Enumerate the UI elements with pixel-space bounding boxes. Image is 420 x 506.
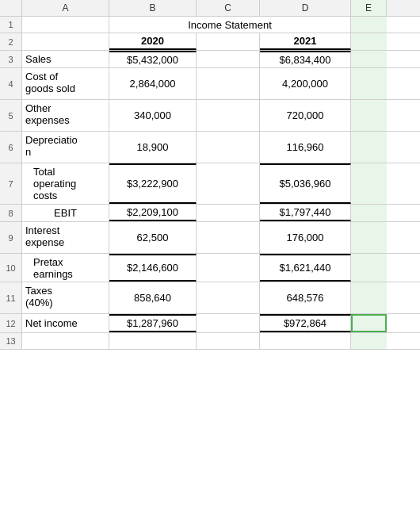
cell-1e[interactable] — [351, 17, 387, 33]
table-row: 3 Sales $5,432,000 $6,834,400 — [0, 51, 420, 68]
table-row: 2 2020 2021 — [0, 33, 420, 51]
cell-5a: Otherexpenses — [22, 100, 109, 131]
cell-8e[interactable] — [351, 205, 387, 221]
table-row: 13 — [0, 333, 420, 350]
cell-13b[interactable] — [109, 333, 197, 349]
cell-12e[interactable] — [351, 314, 387, 332]
cell-11a: Taxes(40%) — [22, 282, 109, 313]
cell-12b: $1,287,960 — [109, 314, 197, 332]
cell-8b: $2,209,100 — [109, 205, 197, 221]
cell-13c[interactable] — [197, 333, 260, 349]
cell-8a: EBIT — [22, 205, 109, 221]
cell-3b: $5,432,000 — [109, 51, 197, 67]
cell-10e[interactable] — [351, 254, 387, 282]
row-number: 3 — [0, 51, 22, 67]
table-row: 5 Otherexpenses 340,000 720,000 — [0, 100, 420, 132]
cell-3e[interactable] — [351, 51, 387, 67]
cell-12a: Net income — [22, 314, 109, 332]
cell-8d: $1,797,440 — [260, 205, 351, 221]
table-row: 7 Totaloperatingcosts $3,222,900 $5,036,… — [0, 163, 420, 205]
cell-10a: Pretaxearnings — [22, 254, 109, 282]
cell-9b: 62,500 — [109, 222, 197, 253]
row-number: 12 — [0, 314, 22, 332]
cell-5c[interactable] — [197, 100, 260, 131]
cell-2d: 2021 — [260, 33, 351, 50]
cell-13d[interactable] — [260, 333, 351, 349]
cell-4e[interactable] — [351, 68, 387, 99]
row-number: 9 — [0, 222, 22, 253]
cell-6a: Depreciation — [22, 132, 109, 163]
cell-6d: 116,960 — [260, 132, 351, 163]
cell-2a[interactable] — [22, 33, 109, 50]
cell-6e[interactable] — [351, 132, 387, 163]
cell-3d: $6,834,400 — [260, 51, 351, 67]
cell-12c[interactable] — [197, 314, 260, 332]
cell-3c[interactable] — [197, 51, 260, 67]
table-row: 1 Income Statement — [0, 17, 420, 33]
cell-10b: $2,146,600 — [109, 254, 197, 282]
cell-2b: 2020 — [109, 33, 197, 50]
cell-4b: 2,864,000 — [109, 68, 197, 99]
cell-4c[interactable] — [197, 68, 260, 99]
cell-9c[interactable] — [197, 222, 260, 253]
cell-7d: $5,036,960 — [260, 163, 351, 204]
cell-10d: $1,621,440 — [260, 254, 351, 282]
col-header-d[interactable]: D — [260, 0, 351, 16]
cell-5d: 720,000 — [260, 100, 351, 131]
cell-13a[interactable] — [22, 333, 109, 349]
row-number: 11 — [0, 282, 22, 313]
cell-10c[interactable] — [197, 254, 260, 282]
table-row: 10 Pretaxearnings $2,146,600 $1,621,440 — [0, 254, 420, 282]
cell-6b: 18,900 — [109, 132, 197, 163]
cell-11c[interactable] — [197, 282, 260, 313]
cell-9a: Interestexpense — [22, 222, 109, 253]
col-header-e[interactable]: E — [351, 0, 387, 16]
cell-2c[interactable] — [197, 33, 260, 50]
cell-3a: Sales — [22, 51, 109, 67]
cell-13e[interactable] — [351, 333, 387, 349]
row-number: 1 — [0, 17, 22, 33]
cell-7b: $3,222,900 — [109, 163, 197, 204]
cell-11e[interactable] — [351, 282, 387, 313]
row-number: 2 — [0, 33, 22, 50]
corner-cell — [0, 0, 22, 16]
row-number: 6 — [0, 132, 22, 163]
cell-12d: $972,864 — [260, 314, 351, 332]
cell-6c[interactable] — [197, 132, 260, 163]
table-row: 4 Cost ofgoods sold 2,864,000 4,200,000 — [0, 68, 420, 100]
row-number: 7 — [0, 163, 22, 204]
table-row: 12 Net income $1,287,960 $972,864 — [0, 314, 420, 333]
cell-1b-merged: Income Statement — [109, 17, 351, 33]
cell-11d: 648,576 — [260, 282, 351, 313]
cell-7c[interactable] — [197, 163, 260, 204]
cell-9d: 176,000 — [260, 222, 351, 253]
column-headers: A B C D E — [0, 0, 420, 17]
row-number: 10 — [0, 254, 22, 282]
cell-8c[interactable] — [197, 205, 260, 221]
cell-2e[interactable] — [351, 33, 387, 50]
table-row: 9 Interestexpense 62,500 176,000 — [0, 222, 420, 254]
cell-1a[interactable] — [22, 17, 109, 33]
cell-7e[interactable] — [351, 163, 387, 204]
cell-7a: Totaloperatingcosts — [22, 163, 109, 204]
row-number: 5 — [0, 100, 22, 131]
cell-5e[interactable] — [351, 100, 387, 131]
cell-9e[interactable] — [351, 222, 387, 253]
col-header-a[interactable]: A — [22, 0, 109, 16]
col-header-c[interactable]: C — [197, 0, 260, 16]
row-number: 13 — [0, 333, 22, 349]
cell-4a: Cost ofgoods sold — [22, 68, 109, 99]
table-row: 6 Depreciation 18,900 116,960 — [0, 132, 420, 163]
row-number: 8 — [0, 205, 22, 221]
cell-11b: 858,640 — [109, 282, 197, 313]
table-row: 8 EBIT $2,209,100 $1,797,440 — [0, 205, 420, 222]
cell-4d: 4,200,000 — [260, 68, 351, 99]
table-row: 11 Taxes(40%) 858,640 648,576 — [0, 282, 420, 314]
row-number: 4 — [0, 68, 22, 99]
cell-5b: 340,000 — [109, 100, 197, 131]
col-header-b[interactable]: B — [109, 0, 197, 16]
spreadsheet: A B C D E 1 Income Statement 2 2020 2021… — [0, 0, 420, 350]
